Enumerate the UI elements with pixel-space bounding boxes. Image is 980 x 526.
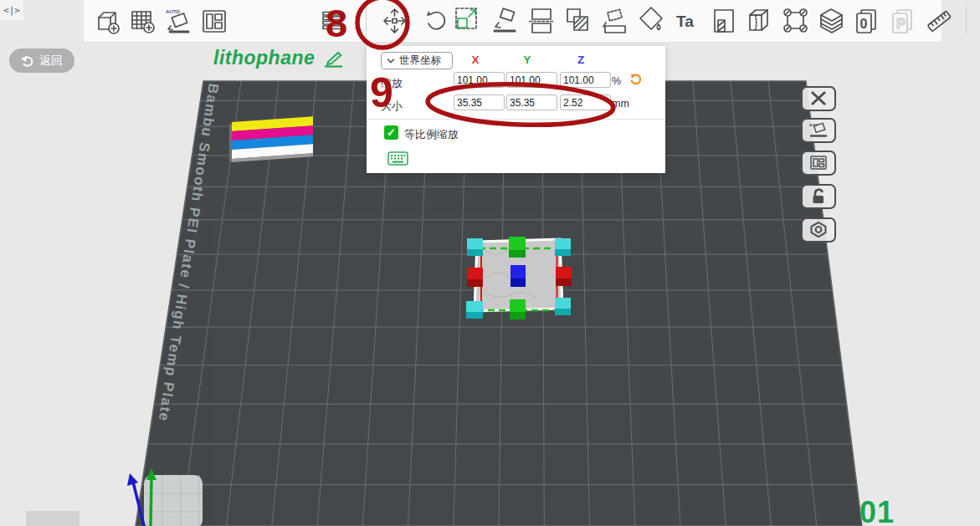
tool-seam[interactable] <box>744 4 772 38</box>
tool-number-pages[interactable]: 0 <box>852 4 880 38</box>
plate-settings-button[interactable] <box>801 217 836 243</box>
tool-rotate[interactable] <box>423 4 451 38</box>
tool-mesh-boolean[interactable] <box>563 4 592 38</box>
coord-system-label: 世界坐标 <box>399 54 441 68</box>
tool-add-object[interactable] <box>95 4 123 38</box>
color-paint-icon <box>637 4 665 38</box>
variable-layer-icon <box>817 4 845 38</box>
tool-scale[interactable] <box>452 4 480 38</box>
seam-icon <box>744 4 772 38</box>
lock-open-icon <box>808 188 829 205</box>
auto-orient-icon: AUTO <box>165 4 193 38</box>
support-paint-icon <box>601 4 629 38</box>
tool-object-list[interactable] <box>318 4 346 38</box>
back-button[interactable]: 返回 <box>9 49 74 73</box>
panel-divider <box>367 119 665 120</box>
tool-modifier[interactable] <box>710 4 738 38</box>
axis-x-header: X <box>463 54 488 66</box>
svg-text:AUTO: AUTO <box>166 9 180 14</box>
reset-scale-icon[interactable] <box>629 72 643 86</box>
back-label: 返回 <box>39 54 63 69</box>
measure-icon <box>925 4 953 38</box>
tool-arrange[interactable] <box>200 4 228 38</box>
tool-move[interactable] <box>380 4 408 38</box>
size-x-input[interactable] <box>454 94 505 110</box>
scale-x-input[interactable] <box>454 72 505 88</box>
arrange-icon <box>200 4 228 38</box>
toolbar-divider <box>366 7 367 35</box>
tool-measure[interactable] <box>925 4 953 38</box>
edit-pencil-icon[interactable] <box>321 49 345 68</box>
project-name: lithophane <box>213 47 315 69</box>
scale-panel: 世界坐标 X Y Z 缩放 % 大小 mm ✓ 等比例缩放 <box>367 46 665 173</box>
delete-plate-button[interactable] <box>801 86 836 111</box>
tool-variable-layer[interactable] <box>817 4 845 38</box>
arrange-plate-icon <box>808 155 829 171</box>
nut-settings-icon <box>808 221 829 239</box>
keyboard-icon[interactable] <box>387 151 408 166</box>
striped-calibration-object[interactable] <box>229 116 313 162</box>
axis-y-header: Y <box>515 54 540 66</box>
tool-support-paint[interactable] <box>601 4 629 38</box>
svg-text:Ta: Ta <box>676 13 694 30</box>
modifier-icon <box>710 4 738 38</box>
tool-support[interactable] <box>781 4 809 38</box>
svg-text:P: P <box>896 17 906 31</box>
slicer-app: Bambu Smooth PEI Plate / High Temp Plate <box>0 0 980 526</box>
text-icon: Ta <box>673 4 701 38</box>
auto-orient-plate-button[interactable]: AUTO <box>801 118 836 143</box>
arrange-plate-button[interactable] <box>801 151 836 176</box>
auto-orient-plate-icon: AUTO <box>808 122 829 139</box>
sidebar-toggle[interactable]: <|> <box>0 0 23 20</box>
coord-system-dropdown[interactable]: 世界坐标 <box>381 52 453 69</box>
gizmo-center-handle[interactable] <box>511 265 526 287</box>
toolbar-divider <box>966 7 967 35</box>
close-icon <box>808 90 829 107</box>
scale-unit: % <box>612 75 621 87</box>
move-icon <box>380 4 408 38</box>
add-object-icon <box>95 4 123 38</box>
svg-text:0: 0 <box>860 17 868 31</box>
size-unit: mm <box>612 98 629 110</box>
plate-number: 01 <box>859 495 895 526</box>
uniform-scale-label: 等比例缩放 <box>404 127 459 142</box>
main-toolbar: AUTO Ta 0 P <box>84 0 942 43</box>
scale-row-label: 缩放 <box>381 76 403 91</box>
tool-assembly[interactable] <box>976 4 980 38</box>
size-y-input[interactable] <box>506 94 557 110</box>
tool-letter-pages[interactable]: P <box>888 4 916 38</box>
tool-color-paint[interactable] <box>637 4 665 38</box>
tool-text[interactable]: Ta <box>673 4 701 38</box>
letter-pages-icon: P <box>888 4 916 38</box>
scale-z-input[interactable] <box>560 72 611 88</box>
cut-icon <box>527 4 556 38</box>
assembly-icon <box>976 4 980 38</box>
tool-cut[interactable] <box>527 4 556 38</box>
axis-z-header: Z <box>568 54 593 66</box>
bottom-left-panel-fragment <box>26 511 80 526</box>
back-arrow-icon <box>21 55 34 67</box>
rotate-icon <box>423 4 451 38</box>
number-pages-icon: 0 <box>852 4 880 38</box>
project-title: lithophane <box>213 47 345 69</box>
lay-on-face-icon <box>490 4 519 38</box>
lock-plate-button[interactable] <box>801 184 836 209</box>
sidebar-toggle-glyph: <|> <box>3 5 20 16</box>
scale-y-input[interactable] <box>506 72 557 88</box>
uniform-scale-checkbox[interactable]: ✓ <box>384 125 398 140</box>
tool-add-plate[interactable] <box>129 4 157 38</box>
tool-lay-on-face[interactable] <box>490 4 519 38</box>
tool-auto-orient[interactable]: AUTO <box>165 4 193 38</box>
support-icon <box>781 4 809 38</box>
check-icon: ✓ <box>387 126 396 139</box>
size-z-input[interactable] <box>560 94 611 110</box>
selected-model[interactable] <box>466 237 572 319</box>
scale-icon <box>452 4 480 38</box>
chevron-down-icon <box>387 58 395 64</box>
size-row-label: 大小 <box>381 99 403 114</box>
object-list-icon <box>318 4 346 38</box>
mesh-boolean-icon <box>563 4 592 38</box>
add-plate-icon <box>129 4 157 38</box>
